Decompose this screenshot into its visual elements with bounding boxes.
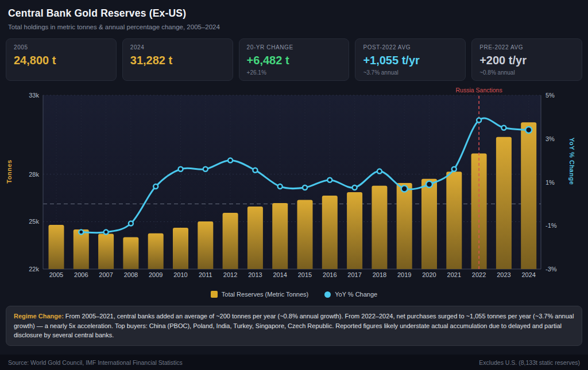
legend-item[interactable]: Total Reserves (Metric Tonnes)	[211, 291, 308, 298]
stat-card-value: +1,055 t/yr	[363, 54, 458, 67]
left-tick-22k: 22k	[29, 266, 39, 272]
left-tick-28k: 28k	[29, 171, 39, 178]
russia-sanctions-label: Russia Sanctions	[456, 87, 502, 94]
x-label-2013: 2013	[248, 271, 262, 278]
yoy-point-2022[interactable]	[477, 118, 481, 123]
reserves-chart: Russia Sanctions22k25k28k33k-3%-1%1%3%5%…	[0, 85, 588, 287]
stat-card-value: 31,282 t	[130, 54, 225, 67]
stat-card-label: 2024	[130, 44, 225, 50]
x-label-2006: 2006	[74, 271, 88, 278]
legend-label: Total Reserves (Metric Tonnes)	[222, 291, 308, 298]
bar-2007[interactable]	[98, 234, 114, 269]
bar-2018[interactable]	[372, 186, 387, 269]
yoy-point-2018[interactable]	[377, 169, 382, 174]
bar-2010[interactable]	[173, 228, 188, 269]
yoy-point-2012[interactable]	[228, 158, 233, 163]
stat-card-label: PRE-2022 AVG	[479, 44, 574, 50]
stat-card-label: 2005	[14, 44, 109, 50]
bar-2008[interactable]	[123, 237, 138, 269]
left-tick-25k: 25k	[29, 218, 39, 225]
bar-2016[interactable]	[322, 196, 338, 269]
x-label-2012: 2012	[223, 271, 237, 278]
chart-legend: Total Reserves (Metric Tonnes)YoY % Chan…	[0, 289, 588, 300]
x-label-2021: 2021	[447, 271, 461, 278]
yoy-point-2014[interactable]	[278, 184, 283, 189]
stat-card-label: POST-2022 AVG	[363, 44, 458, 50]
yoy-point-2015[interactable]	[303, 185, 307, 190]
x-label-2011: 2011	[199, 271, 212, 278]
yoy-point-2024[interactable]	[525, 127, 532, 133]
stat-card-sub: +26.1%	[247, 69, 342, 76]
source-text: Source: World Gold Council, IMF Internat…	[8, 359, 183, 366]
right-tick-5%: 5%	[546, 92, 555, 99]
stat-card-sub: ~0.8% annual	[479, 69, 574, 76]
stat-card-20yr-change: 20-YR CHANGE +6,482 t +26.1%	[239, 38, 350, 81]
x-label-2020: 2020	[422, 271, 436, 278]
bar-2020[interactable]	[421, 179, 437, 269]
yoy-point-2013[interactable]	[253, 168, 257, 173]
footer: Source: World Gold Council, IMF Internat…	[0, 355, 588, 370]
yoy-point-2010[interactable]	[179, 167, 183, 172]
bar-2019[interactable]	[397, 183, 412, 269]
x-label-2018: 2018	[373, 271, 386, 278]
x-label-2008: 2008	[124, 271, 138, 278]
note-text: From 2005–2021, central banks added an a…	[14, 313, 574, 338]
bar-2005[interactable]	[49, 225, 64, 269]
bar-2012[interactable]	[223, 213, 238, 269]
header: Central Bank Gold Reserves (Ex-US) Total…	[0, 0, 588, 30]
x-label-2016: 2016	[323, 271, 336, 278]
yoy-point-2021[interactable]	[452, 167, 457, 172]
yoy-point-2006[interactable]	[79, 230, 83, 235]
regime-change-note: Regime Change: From 2005–2021, central b…	[6, 306, 582, 346]
yoy-point-2008[interactable]	[129, 221, 133, 226]
page-subtitle: Total holdings in metric tonnes & annual…	[8, 24, 580, 30]
x-label-2023: 2023	[497, 271, 510, 278]
x-label-2010: 2010	[173, 271, 187, 278]
stat-card-value: 24,800 t	[14, 54, 109, 67]
stat-card-2005: 2005 24,800 t	[6, 38, 117, 81]
bar-2006[interactable]	[74, 229, 89, 269]
bar-2014[interactable]	[272, 203, 288, 269]
right-tick--1%: -1%	[546, 222, 557, 229]
right-axis-title: YoY % Change	[568, 138, 575, 185]
yoy-point-2009[interactable]	[153, 184, 158, 189]
yoy-point-2017[interactable]	[353, 185, 357, 190]
x-label-2007: 2007	[99, 271, 113, 278]
x-label-2014: 2014	[273, 271, 287, 278]
yoy-point-2016[interactable]	[327, 178, 332, 182]
x-label-2015: 2015	[298, 271, 312, 278]
stat-card-2024: 2024 31,282 t	[122, 38, 233, 81]
bar-2021[interactable]	[446, 172, 462, 269]
yoy-point-2023[interactable]	[501, 126, 506, 130]
x-label-2024: 2024	[521, 271, 535, 278]
yoy-point-2007[interactable]	[104, 230, 109, 235]
right-tick-3%: 3%	[546, 135, 555, 142]
x-label-2009: 2009	[149, 271, 163, 278]
bar-2023[interactable]	[496, 137, 512, 269]
note-highlight: Regime Change:	[14, 313, 64, 320]
bar-2024[interactable]	[521, 122, 536, 269]
bar-swatch-icon	[211, 291, 218, 298]
legend-label: YoY % Change	[335, 291, 377, 298]
stat-card-value: +200 t/yr	[479, 54, 574, 67]
left-axis-title: Tonnes	[6, 159, 13, 183]
stat-card-post-2022-avg: POST-2022 AVG +1,055 t/yr ~3.7% annual	[355, 38, 466, 81]
bar-2015[interactable]	[297, 200, 313, 269]
page-title: Central Bank Gold Reserves (Ex-US)	[8, 7, 580, 20]
exclusion-text: Excludes U.S. (8,133t static reserves)	[479, 359, 580, 366]
right-tick-1%: 1%	[546, 179, 555, 186]
bar-2017[interactable]	[347, 192, 362, 269]
right-tick--3%: -3%	[546, 266, 557, 272]
yoy-point-2020[interactable]	[426, 181, 432, 188]
bar-2009[interactable]	[148, 233, 164, 269]
bar-2013[interactable]	[247, 207, 263, 269]
stat-cards-row: 2005 24,800 t 2024 31,282 t 20-YR CHANGE…	[0, 38, 588, 81]
left-tick-33k: 33k	[29, 92, 39, 99]
x-label-2017: 2017	[347, 271, 361, 278]
yoy-point-2019[interactable]	[401, 185, 408, 192]
bar-2011[interactable]	[198, 221, 213, 269]
x-label-2005: 2005	[49, 271, 63, 278]
line-swatch-icon	[324, 291, 331, 298]
legend-item[interactable]: YoY % Change	[324, 291, 377, 298]
yoy-point-2011[interactable]	[203, 167, 208, 172]
